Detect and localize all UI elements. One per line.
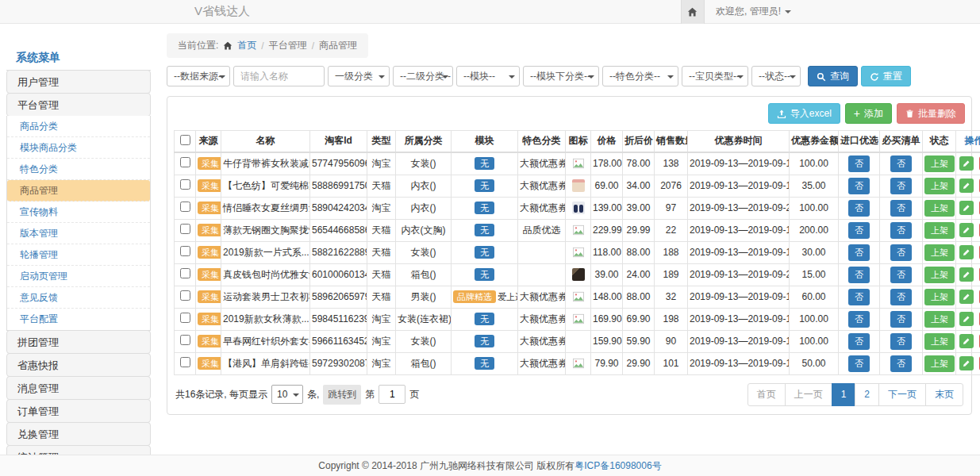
import-select-toggle[interactable]: 否 — [848, 333, 870, 350]
must-buy-toggle[interactable]: 否 — [890, 155, 912, 172]
icp-link[interactable]: 粤ICP备16098006号 — [575, 460, 661, 471]
status-button[interactable]: 上架 — [924, 155, 955, 172]
import-select-toggle[interactable]: 否 — [848, 267, 870, 283]
status-button[interactable]: 上架 — [924, 244, 955, 261]
home-button[interactable] — [681, 0, 705, 24]
status-button[interactable]: 上架 — [924, 289, 955, 305]
special-category-select[interactable]: --特色分类-- — [602, 66, 678, 86]
edit-button[interactable] — [959, 356, 974, 370]
must-buy-toggle[interactable]: 否 — [890, 244, 912, 261]
status-button[interactable]: 上架 — [924, 200, 955, 217]
sidebar-section[interactable]: 用户管理 — [6, 70, 151, 94]
must-buy-toggle[interactable]: 否 — [890, 355, 912, 372]
import-select-toggle[interactable]: 否 — [848, 244, 870, 261]
user-menu[interactable]: 欢迎您, 管理员! — [716, 5, 791, 18]
name-search-input[interactable] — [233, 66, 325, 86]
row-checkbox[interactable] — [180, 157, 190, 167]
product-name-cell: 2019新款一片式系... — [221, 241, 310, 263]
import-select-toggle[interactable]: 否 — [848, 178, 870, 194]
row-checkbox[interactable] — [180, 335, 190, 345]
import-select-toggle[interactable]: 否 — [848, 200, 870, 217]
import-select-toggle[interactable]: 否 — [848, 289, 870, 305]
status-button[interactable]: 上架 — [924, 178, 955, 194]
edit-button[interactable] — [959, 312, 974, 326]
edit-button[interactable] — [959, 156, 974, 171]
sidebar-item[interactable]: 商品管理 — [7, 180, 150, 202]
must-buy-toggle[interactable]: 否 — [890, 333, 912, 350]
last-page-button[interactable]: 末页 — [925, 383, 963, 406]
must-buy-toggle[interactable]: 否 — [890, 311, 912, 328]
status-button[interactable]: 上架 — [924, 311, 955, 328]
row-checkbox[interactable] — [180, 357, 190, 367]
sidebar-item[interactable]: 轮播管理 — [7, 244, 150, 266]
sidebar-item[interactable]: 特色分类 — [7, 159, 150, 180]
breadcrumb-separator: / — [261, 40, 263, 52]
import-select-toggle[interactable]: 否 — [848, 355, 870, 372]
edit-button[interactable] — [959, 245, 974, 259]
sidebar-item[interactable]: 模块商品分类 — [7, 137, 150, 159]
edit-button[interactable] — [959, 201, 974, 215]
sidebar-section[interactable]: 消息管理 — [6, 376, 151, 400]
sidebar-item[interactable]: 意见反馈 — [7, 287, 150, 309]
status-button[interactable]: 上架 — [924, 267, 955, 283]
import-excel-button[interactable]: 导入excel — [768, 103, 840, 124]
sidebar-item[interactable]: 平台配置 — [7, 309, 150, 330]
row-checkbox[interactable] — [180, 224, 190, 234]
edit-button[interactable] — [959, 267, 974, 282]
module-sub-select[interactable]: --模块下分类-- — [523, 66, 599, 86]
status-select[interactable]: --状态-- — [751, 66, 801, 86]
category1-select[interactable]: 一级分类 — [328, 66, 390, 86]
import-select-toggle[interactable]: 否 — [848, 155, 870, 172]
table-header-row: 来源名称淘客Id类型所属分类模块特色分类图标价格折后价销售数量优惠券时间优惠券金… — [175, 131, 980, 152]
import-select-toggle[interactable]: 否 — [848, 222, 870, 239]
edit-button[interactable] — [959, 334, 974, 348]
first-page-button[interactable]: 首页 — [747, 383, 786, 406]
edit-button[interactable] — [959, 178, 974, 193]
import-select-toggle[interactable]: 否 — [848, 311, 870, 328]
edit-button[interactable] — [959, 223, 974, 237]
row-checkbox[interactable] — [180, 290, 190, 301]
item-type-select[interactable]: --宝贝类型-- — [682, 66, 748, 86]
sidebar-section[interactable]: 兑换管理 — [6, 422, 151, 446]
row-checkbox[interactable] — [180, 246, 190, 256]
must-buy-toggle[interactable]: 否 — [890, 289, 912, 305]
add-button[interactable]: +添加 — [845, 103, 892, 124]
row-checkbox[interactable] — [180, 313, 190, 323]
page-number-input[interactable] — [379, 385, 405, 404]
must-buy-toggle[interactable]: 否 — [890, 178, 912, 194]
module-select[interactable]: --模块-- — [456, 66, 520, 86]
coupon-time-cell: 2019-09-13—2019-09-20 — [688, 197, 790, 219]
row-checkbox[interactable] — [180, 179, 190, 190]
sidebar-section[interactable]: 平台管理 — [6, 93, 151, 117]
select-all-checkbox[interactable] — [180, 135, 190, 145]
row-checkbox[interactable] — [180, 202, 190, 212]
next-page-button[interactable]: 下一页 — [878, 383, 926, 406]
sidebar-item[interactable]: 宣传物料 — [7, 202, 150, 223]
sidebar-item[interactable]: 启动页管理 — [7, 266, 150, 287]
status-button[interactable]: 上架 — [924, 222, 955, 239]
page-2-button[interactable]: 2 — [855, 383, 879, 406]
must-buy-toggle[interactable]: 否 — [890, 200, 912, 217]
search-button[interactable]: 查询 — [808, 66, 858, 86]
prev-page-button[interactable]: 上一页 — [785, 383, 832, 406]
page-1-button[interactable]: 1 — [832, 383, 856, 406]
category2-select[interactable]: --二级分类-- — [393, 66, 453, 86]
breadcrumb-home-link[interactable]: 首页 — [237, 39, 256, 52]
sidebar-section[interactable]: 订单管理 — [6, 399, 151, 423]
sidebar-item[interactable]: 版本管理 — [7, 223, 150, 244]
per-page-select[interactable]: 10 — [271, 385, 303, 404]
row-checkbox[interactable] — [180, 268, 190, 278]
sidebar-section[interactable]: 统计管理 — [6, 445, 151, 455]
reset-button[interactable]: 重置 — [861, 66, 911, 86]
status-button[interactable]: 上架 — [924, 333, 955, 350]
edit-button[interactable] — [959, 290, 974, 304]
must-buy-toggle[interactable]: 否 — [890, 267, 912, 283]
sidebar-section[interactable]: 省惠快报 — [6, 353, 151, 377]
batch-delete-button[interactable]: 批量删除 — [897, 103, 965, 124]
sidebar-item[interactable]: 商品分类 — [7, 116, 150, 137]
taoke-id-cell: 577479560965 — [310, 152, 367, 175]
sidebar-section[interactable]: 拼团管理 — [6, 330, 151, 354]
status-button[interactable]: 上架 — [924, 355, 955, 372]
must-buy-toggle[interactable]: 否 — [890, 222, 912, 239]
data-source-select[interactable]: --数据来源-- — [167, 66, 230, 86]
